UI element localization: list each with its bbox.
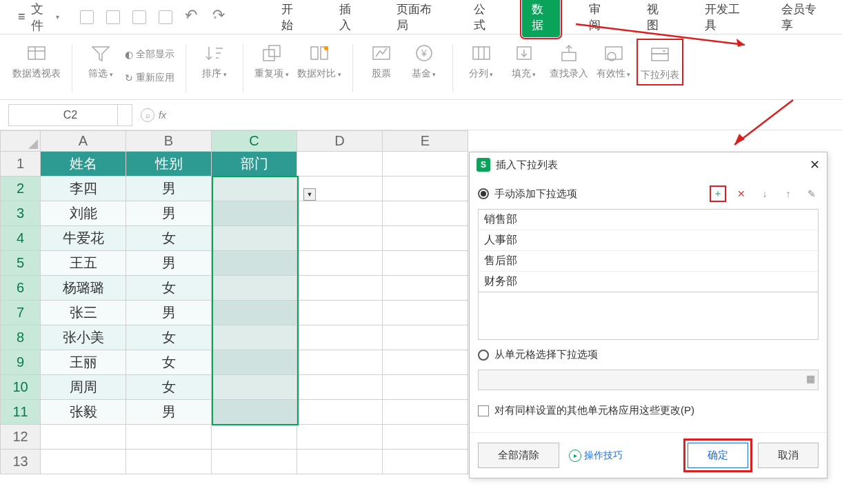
column-headers[interactable]: A B C D E <box>1 131 468 152</box>
cell-B12[interactable] <box>126 425 212 450</box>
cell-D10[interactable] <box>297 375 383 400</box>
cell-D8[interactable] <box>297 325 383 350</box>
fx-button[interactable]: ⌕ fx <box>141 108 166 122</box>
move-down-icon[interactable]: ↓ <box>758 187 772 201</box>
pivot-table-button[interactable]: 数据透视表 <box>12 41 61 80</box>
row-header[interactable]: 9 <box>1 350 41 375</box>
sort-button[interactable]: 排序 <box>197 41 232 80</box>
qat-print-icon[interactable] <box>132 10 146 24</box>
dialog-titlebar[interactable]: S 插入下拉列表 ✕ <box>470 152 827 177</box>
cell-E3[interactable] <box>383 201 468 226</box>
ok-button[interactable]: 确定 <box>688 443 748 468</box>
tab-formula[interactable]: 公式 <box>464 0 503 37</box>
cell-A2[interactable]: 李四 <box>41 177 126 201</box>
cell-A12[interactable] <box>41 425 126 450</box>
cell-B3[interactable]: 男 <box>126 201 212 226</box>
manual-radio[interactable] <box>478 188 489 199</box>
select-all-corner[interactable] <box>1 131 41 152</box>
cell-E12[interactable] <box>383 425 468 450</box>
tab-review[interactable]: 审阅 <box>579 0 618 37</box>
row-header[interactable]: 3 <box>1 201 41 226</box>
split-button[interactable]: 分列 <box>464 41 499 80</box>
cell-C1[interactable]: 部门 <box>212 152 297 177</box>
apply-same-checkbox[interactable] <box>478 405 489 416</box>
tips-link[interactable]: 操作技巧 <box>569 450 623 462</box>
cell-B10[interactable]: 女 <box>126 375 212 400</box>
cell-D5[interactable] <box>297 251 383 276</box>
filter-button[interactable]: 筛选 <box>83 41 118 80</box>
redo-icon[interactable] <box>212 10 228 21</box>
row-header[interactable]: 1 <box>1 152 41 177</box>
option-item[interactable]: 销售部 <box>479 210 818 230</box>
clear-all-button[interactable]: 全部清除 <box>478 443 559 468</box>
move-up-icon[interactable]: ↑ <box>781 187 795 201</box>
row-header[interactable]: 5 <box>1 251 41 276</box>
cell-C11[interactable] <box>212 400 297 425</box>
cell-D6[interactable] <box>297 276 383 301</box>
find-entry-button[interactable]: 查找录入 <box>550 41 588 80</box>
cell-A11[interactable]: 张毅 <box>41 400 126 425</box>
cell-E7[interactable] <box>383 301 468 325</box>
manual-add-radio-row[interactable]: 手动添加下拉选项 ＋ ✕ ↓ ↑ ✎ <box>478 181 819 206</box>
col-header-B[interactable]: B <box>126 131 212 152</box>
cell-D4[interactable] <box>297 226 383 251</box>
cell-E10[interactable] <box>383 375 468 400</box>
tab-vip[interactable]: 会员专享 <box>772 0 830 37</box>
dropdown-list-button[interactable]: 下拉列表 <box>639 41 681 83</box>
tab-view[interactable]: 视图 <box>637 0 676 37</box>
formula-input[interactable] <box>174 104 834 126</box>
tab-insert[interactable]: 插入 <box>330 0 368 37</box>
stocks-button[interactable]: 股票 <box>364 41 399 80</box>
cell-B13[interactable] <box>126 450 212 474</box>
row-header[interactable]: 13 <box>1 450 41 474</box>
cell-D9[interactable] <box>297 350 383 375</box>
cell-B8[interactable]: 女 <box>126 325 212 350</box>
fill-button[interactable]: 填充 <box>507 41 541 80</box>
cell-dropdown-arrow[interactable]: ▼ <box>303 188 316 201</box>
cell-C10[interactable] <box>212 375 297 400</box>
tab-data[interactable]: 数据 <box>522 0 561 37</box>
cell-A7[interactable]: 张三 <box>41 301 126 325</box>
cell-B4[interactable]: 女 <box>126 226 212 251</box>
cell-E9[interactable] <box>383 350 468 375</box>
cancel-button[interactable]: 取消 <box>758 443 819 468</box>
cell-A5[interactable]: 王五 <box>41 251 126 276</box>
close-icon[interactable]: ✕ <box>810 157 820 172</box>
cell-C2[interactable] <box>212 177 297 201</box>
option-item[interactable]: 售后部 <box>479 251 818 272</box>
cell-E8[interactable] <box>383 325 468 350</box>
option-item[interactable]: 人事部 <box>479 230 818 251</box>
validation-button[interactable]: 有效性 <box>597 41 631 80</box>
cell-D3[interactable] <box>297 201 383 226</box>
row-header[interactable]: 11 <box>1 400 41 425</box>
cell-E11[interactable] <box>383 400 468 425</box>
cell-B6[interactable]: 女 <box>126 276 212 301</box>
cell-E4[interactable] <box>383 226 468 251</box>
file-menu[interactable]: 文件 <box>12 0 65 37</box>
duplicates-button[interactable]: 重复项 <box>254 41 289 80</box>
cell-C12[interactable] <box>212 425 297 450</box>
cell-C9[interactable] <box>212 350 297 375</box>
cell-A13[interactable] <box>41 450 126 474</box>
options-list[interactable]: 销售部 人事部 售后部 财务部 <box>478 209 819 340</box>
cell-D13[interactable] <box>297 450 383 474</box>
row-header[interactable]: 8 <box>1 325 41 350</box>
cell-E6[interactable] <box>383 276 468 301</box>
option-item[interactable]: 财务部 <box>479 272 818 292</box>
cell-A8[interactable]: 张小美 <box>41 325 126 350</box>
cell-B11[interactable]: 男 <box>126 400 212 425</box>
row-header[interactable]: 2 <box>1 177 41 201</box>
undo-icon[interactable] <box>185 10 200 21</box>
row-header[interactable]: 10 <box>1 375 41 400</box>
cell-C6[interactable] <box>212 276 297 301</box>
cell-D11[interactable] <box>297 400 383 425</box>
cell-B9[interactable]: 女 <box>126 350 212 375</box>
qat-open-icon[interactable] <box>106 10 120 24</box>
edit-option-icon[interactable]: ✎ <box>805 187 819 201</box>
cell-C8[interactable] <box>212 325 297 350</box>
qat-new-icon[interactable] <box>80 10 94 24</box>
cell-A1[interactable]: 姓名 <box>41 152 126 177</box>
col-header-A[interactable]: A <box>41 131 126 152</box>
cell-A3[interactable]: 刘能 <box>41 201 126 226</box>
tab-dev[interactable]: 开发工具 <box>695 0 753 37</box>
